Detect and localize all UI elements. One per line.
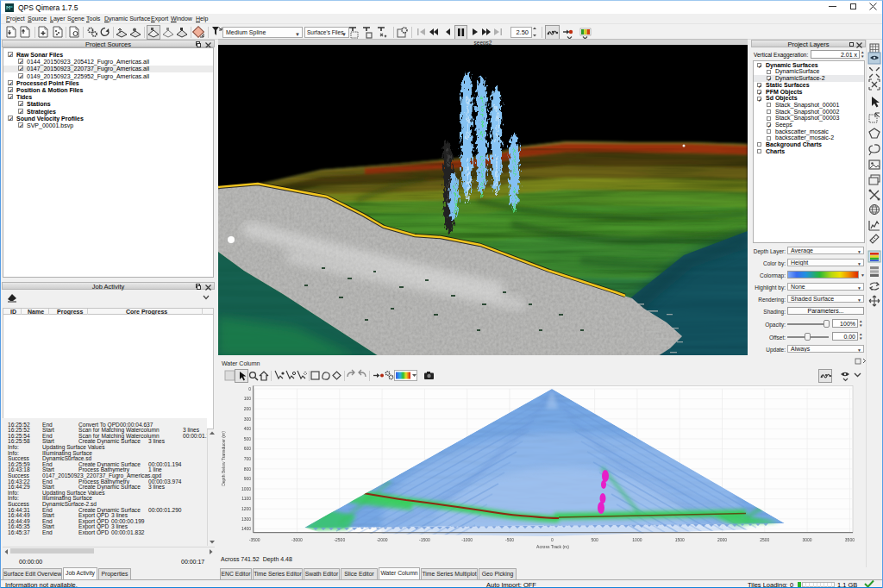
svg-text:-3000: -3000 xyxy=(291,537,303,542)
svg-text:1000: 1000 xyxy=(241,486,251,491)
svg-text:800: 800 xyxy=(244,466,252,472)
svg-text:1000: 1000 xyxy=(632,537,642,542)
svg-text:600: 600 xyxy=(244,446,252,451)
svg-text:-1500: -1500 xyxy=(419,537,430,542)
svg-text:100: 100 xyxy=(244,396,252,401)
svg-text:1200: 1200 xyxy=(241,506,251,511)
svg-text:2500: 2500 xyxy=(760,537,769,542)
svg-text:300: 300 xyxy=(244,416,252,422)
svg-text:3000: 3000 xyxy=(803,537,812,542)
svg-text:500: 500 xyxy=(591,537,598,542)
svg-text:500: 500 xyxy=(244,436,252,441)
svg-text:-500: -500 xyxy=(505,537,514,542)
svg-text:Depth Below Transducer (m): Depth Below Transducer (m) xyxy=(221,431,226,486)
svg-text:1300: 1300 xyxy=(241,516,251,522)
svg-text:0: 0 xyxy=(248,386,251,391)
svg-text:900: 900 xyxy=(244,476,252,481)
svg-text:-2500: -2500 xyxy=(334,537,345,542)
svg-text:700: 700 xyxy=(244,456,252,461)
svg-text:2.50: 2.50 xyxy=(516,28,529,36)
svg-text:-2000: -2000 xyxy=(377,537,388,542)
svg-text:200: 200 xyxy=(244,406,252,411)
svg-text:-1000: -1000 xyxy=(461,537,473,542)
svg-text:1500: 1500 xyxy=(675,537,685,542)
svg-text:-3500: -3500 xyxy=(249,537,260,542)
svg-text:1400: 1400 xyxy=(241,526,251,531)
svg-text:2000: 2000 xyxy=(717,537,727,542)
svg-text:0: 0 xyxy=(551,537,554,542)
svg-text:400: 400 xyxy=(244,426,252,431)
svg-text:3500: 3500 xyxy=(845,537,855,542)
svg-text:1100: 1100 xyxy=(241,496,251,501)
svg-text:Across Track (m): Across Track (m) xyxy=(536,544,569,549)
